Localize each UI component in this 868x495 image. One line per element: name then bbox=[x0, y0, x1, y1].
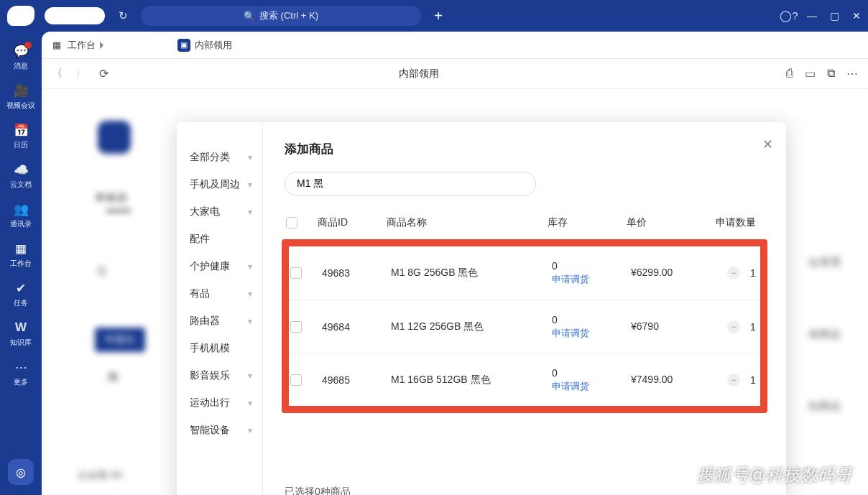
window-icon[interactable]: ▭ bbox=[805, 67, 816, 80]
cell-price: ¥6299.00 bbox=[631, 267, 714, 279]
request-transfer-link[interactable]: 申请调货 bbox=[552, 273, 631, 286]
chevron-down-icon: ▾ bbox=[248, 262, 252, 272]
minimize-button[interactable]: — bbox=[807, 10, 817, 22]
add-button[interactable]: + bbox=[428, 7, 448, 24]
os-avatar bbox=[7, 6, 34, 26]
category-item[interactable]: 手机机模 bbox=[190, 335, 262, 362]
category-item[interactable]: 运动出行▾ bbox=[190, 389, 262, 417]
chevron-down-icon: ▾ bbox=[248, 398, 252, 408]
category-item[interactable]: 全部分类▾ bbox=[190, 144, 262, 171]
cell-name: M1 16GB 512GB 黑色 bbox=[391, 374, 552, 387]
left-sidebar: 💬 消息 🎥 视频会议 📅 日历 ☁️ 云文档 👥 通讯录 ▦ 工作台 ✔ 任务… bbox=[0, 32, 42, 495]
rail-contacts[interactable]: 👥 通讯录 bbox=[10, 201, 32, 229]
more-icon: ⋯ bbox=[13, 359, 29, 375]
table-row: 49684 M1 12G 256GB 黑色 0 申请调货 ¥6790 − 1 bbox=[289, 300, 760, 353]
cell-id: 49683 bbox=[322, 267, 391, 279]
history-icon[interactable]: ↻ bbox=[112, 7, 134, 24]
table-row: 49683 M1 8G 256GB 黑色 0 申请调货 ¥6299.00 − 1 bbox=[289, 246, 760, 300]
bg-chip: 中国大 bbox=[95, 328, 145, 352]
qty-value: 1 bbox=[746, 267, 760, 279]
row-checkbox[interactable] bbox=[290, 374, 302, 386]
box-icon: ▣ bbox=[177, 39, 190, 52]
chevron-down-icon: ▾ bbox=[248, 371, 252, 381]
close-button[interactable]: ✕ bbox=[852, 10, 861, 22]
cell-stock: 0 bbox=[552, 367, 631, 379]
cell-id: 49685 bbox=[322, 374, 391, 386]
modal-close-button[interactable]: ✕ bbox=[762, 137, 773, 152]
qty-value: 1 bbox=[746, 321, 760, 333]
cell-price: ¥6790 bbox=[631, 320, 714, 333]
rail-workbench[interactable]: ▦ 工作台 bbox=[10, 241, 32, 269]
cell-name: M1 8G 256GB 黑色 bbox=[391, 267, 552, 279]
rail-knowledge[interactable]: W 知识库 bbox=[10, 320, 32, 348]
category-sidebar: 全部分类▾ 手机及周边▾ 大家电▾ 配件 个护健康▾ 有品▾ 路由器▾ 手机机模… bbox=[177, 122, 263, 495]
help-icon[interactable]: ◯? bbox=[778, 7, 800, 24]
bg-text: 单条选 bbox=[95, 191, 127, 205]
category-item[interactable]: 路由器▾ bbox=[190, 307, 262, 335]
rail-calendar[interactable]: 📅 日历 bbox=[13, 122, 29, 150]
apps-icon: ▦ bbox=[50, 39, 63, 52]
bg-app-tile bbox=[98, 121, 131, 154]
qty-decrement[interactable]: − bbox=[727, 320, 740, 333]
contacts-icon: 👥 bbox=[13, 201, 29, 217]
chevron-down-icon: ▾ bbox=[248, 316, 252, 326]
select-all-checkbox[interactable] bbox=[286, 217, 297, 228]
tab-workbench[interactable]: ▦ 工作台 bbox=[50, 39, 107, 52]
row-checkbox[interactable] bbox=[290, 321, 302, 333]
cell-name: M1 12G 256GB 黑色 bbox=[391, 320, 552, 333]
category-item[interactable]: 配件 bbox=[190, 226, 262, 253]
product-search-row bbox=[285, 172, 765, 196]
category-item[interactable]: 有品▾ bbox=[190, 280, 262, 307]
external-icon[interactable]: ⧉ bbox=[827, 67, 835, 80]
category-item[interactable]: 大家电▾ bbox=[190, 198, 262, 226]
category-item[interactable]: 智能设备▾ bbox=[190, 417, 262, 444]
request-transfer-link[interactable]: 申请调货 bbox=[552, 327, 631, 340]
page-toolbar: 〈 〉 ⟳ 内部领用 ⎙ ▭ ⧉ ⋯ bbox=[42, 59, 868, 89]
rail-tasks[interactable]: ✔ 任务 bbox=[13, 280, 29, 308]
row-checkbox[interactable] bbox=[290, 267, 302, 279]
workspace: ▦ 工作台 ▣ 内部领用 〈 〉 ⟳ 内部领用 ⎙ ▭ ⧉ ⋯ 单条选 北 中国… bbox=[42, 32, 868, 495]
maximize-button[interactable]: ▢ bbox=[830, 10, 839, 22]
cell-price: ¥7499.00 bbox=[631, 374, 714, 387]
header-id: 商品ID bbox=[318, 216, 387, 229]
qty-decrement[interactable]: − bbox=[727, 267, 740, 279]
tab-play-icon bbox=[100, 42, 107, 49]
rail-more[interactable]: ⋯ 更多 bbox=[13, 359, 29, 387]
bg-text: 加商品 bbox=[808, 328, 841, 341]
header-qty: 申请数量 bbox=[710, 216, 756, 229]
window-controls: — ▢ ✕ bbox=[807, 10, 861, 22]
chevron-down-icon: ▾ bbox=[248, 180, 252, 190]
tab-internal[interactable]: ▣ 内部领用 bbox=[177, 39, 232, 52]
category-item[interactable]: 手机及周边▾ bbox=[190, 171, 262, 198]
back-button[interactable]: 〈 bbox=[52, 67, 63, 80]
search-icon: 🔍 bbox=[244, 11, 255, 22]
highlight-annotation: 49683 M1 8G 256GB 黑色 0 申请调货 ¥6299.00 − 1… bbox=[282, 239, 767, 413]
qty-decrement[interactable]: − bbox=[727, 374, 740, 387]
global-search[interactable]: 🔍 搜索 (Ctrl + K) bbox=[141, 6, 421, 26]
modal-content: 添加商品 ✕ 商品ID 商品名称 库存 单价 申请数量 49683 M1 8G … bbox=[263, 122, 786, 495]
modal-title: 添加商品 bbox=[285, 141, 765, 157]
title-pill bbox=[45, 7, 105, 24]
add-product-modal: 全部分类▾ 手机及周边▾ 大家电▾ 配件 个护健康▾ 有品▾ 路由器▾ 手机机模… bbox=[177, 122, 786, 495]
calendar-icon: 📅 bbox=[13, 122, 29, 138]
rail-video[interactable]: 🎥 视频会议 bbox=[6, 83, 35, 111]
product-search-input[interactable] bbox=[285, 172, 536, 196]
qty-value: 1 bbox=[746, 374, 760, 386]
category-item[interactable]: 个护健康▾ bbox=[190, 253, 262, 280]
print-icon[interactable]: ⎙ bbox=[786, 67, 793, 80]
bg-underline bbox=[106, 210, 131, 212]
bg-total: 总金额 ¥0. bbox=[78, 469, 124, 482]
bg-text: 扣商品 bbox=[808, 399, 841, 413]
chevron-down-icon: ▾ bbox=[248, 207, 252, 217]
check-icon: ✔ bbox=[13, 280, 29, 296]
w-icon: W bbox=[13, 320, 29, 336]
request-transfer-link[interactable]: 申请调货 bbox=[552, 380, 631, 393]
rail-messages[interactable]: 💬 消息 bbox=[13, 43, 29, 71]
rail-app-icon[interactable]: ◎ bbox=[8, 459, 34, 485]
header-name: 商品名称 bbox=[387, 216, 548, 229]
category-item[interactable]: 影音娱乐▾ bbox=[190, 362, 262, 389]
overflow-icon[interactable]: ⋯ bbox=[846, 67, 858, 80]
bg-text: 商 bbox=[108, 371, 119, 384]
cell-stock: 0 bbox=[552, 314, 631, 325]
rail-docs[interactable]: ☁️ 云文档 bbox=[10, 162, 32, 190]
